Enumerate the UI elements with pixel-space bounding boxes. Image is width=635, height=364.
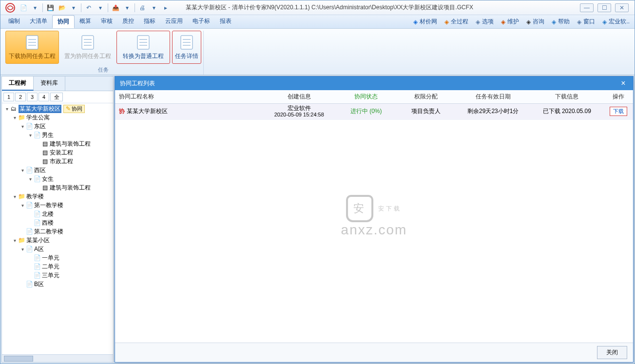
col-header[interactable]: 协同状态: [336, 93, 396, 101]
tree-node[interactable]: ▤建筑与装饰工程: [2, 183, 113, 192]
tree-node[interactable]: ▾📄东区: [2, 122, 113, 131]
minimize-button[interactable]: ―: [580, 3, 594, 12]
undo-icon[interactable]: ↶: [83, 2, 94, 13]
tree-twisty-icon[interactable]: ▾: [27, 133, 33, 138]
project-tree[interactable]: ▾🗂某某大学新校区✎协同▾📁学生公寓▾📄东区▾📄男生▤建筑与装饰工程▤安装工程▤…: [2, 103, 113, 354]
table-row[interactable]: 协 某某大学新校区 宏业软件 2020-05-09 15:24:58 进行中 (…: [115, 104, 633, 120]
ribbon-任务详情[interactable]: 任务详情: [172, 31, 201, 64]
close-button[interactable]: ✕: [615, 3, 629, 12]
tree-node[interactable]: 📄二单元: [2, 262, 113, 271]
menu-报表[interactable]: 报表: [215, 15, 236, 28]
tree-twisty-icon[interactable]: ▾: [4, 106, 10, 112]
num-tab-3[interactable]: 3: [27, 93, 38, 101]
menu-概算[interactable]: 概算: [75, 15, 96, 28]
expand-icon[interactable]: ▸: [160, 2, 171, 13]
close-icon[interactable]: ×: [618, 78, 628, 88]
tree-node[interactable]: ▾📄西区: [2, 166, 113, 174]
price-icon: ◈: [412, 19, 419, 25]
menu-right-材价网[interactable]: ◈材价网: [410, 17, 439, 27]
tree-node[interactable]: ▾📁某某小区: [2, 236, 113, 245]
tree-twisty-icon[interactable]: ▾: [12, 194, 18, 199]
maximize-button[interactable]: ☐: [597, 3, 611, 12]
col-header[interactable]: 任务有效日期: [456, 93, 530, 101]
tree-node[interactable]: ▾🗂某某大学新校区✎协同: [2, 104, 113, 113]
tree-node[interactable]: 📄第二教学楼: [2, 227, 113, 236]
menu-质控[interactable]: 质控: [117, 15, 139, 28]
tree-node[interactable]: 📄西楼: [2, 218, 113, 227]
left-tab-工程树[interactable]: 工程树: [2, 77, 34, 91]
menu-指标[interactable]: 指标: [139, 15, 160, 28]
left-tab-资料库[interactable]: 资料库: [34, 77, 65, 91]
tree-node[interactable]: 📄一单元: [2, 253, 113, 262]
new-icon[interactable]: 📄: [18, 2, 29, 13]
col-header[interactable]: 权限分配: [396, 93, 456, 101]
ribbon-转换为普通工程[interactable]: 转换为普通工程: [116, 31, 170, 64]
tree-node[interactable]: ▾📄男生: [2, 131, 113, 139]
open-icon[interactable]: 📂: [57, 2, 67, 13]
menu-right-宏业软..[interactable]: ◈宏业软..: [599, 17, 632, 27]
tree-node[interactable]: 📄B区: [2, 280, 113, 288]
tree-twisty-icon[interactable]: ▾: [19, 203, 25, 208]
folder-icon: 📁: [18, 193, 25, 200]
menu-云应用[interactable]: 云应用: [160, 15, 188, 28]
dialog-title: 协同工程列表: [120, 79, 155, 88]
project-name: 某某大学新校区: [127, 107, 168, 115]
ribbon-下载协同任务工程[interactable]: 下载协同任务工程: [5, 31, 59, 64]
close-button[interactable]: 关闭: [597, 346, 627, 359]
tree-node[interactable]: 📄三单元: [2, 271, 113, 280]
tree-node[interactable]: ▾📁学生公寓: [2, 113, 113, 122]
menu-审核[interactable]: 审核: [96, 15, 117, 28]
tree-twisty-icon[interactable]: ▾: [19, 247, 25, 252]
tree-node[interactable]: ▤建筑与装饰工程: [2, 139, 113, 148]
dropdown-icon[interactable]: ▾: [30, 2, 40, 13]
col-header[interactable]: 操作: [604, 93, 633, 101]
dropdown-icon[interactable]: ▾: [149, 2, 159, 13]
download-info: 已下载 2020.05.09: [530, 106, 604, 116]
window-title: 某某大学新校区 - 清单计价专家N9(V2020.1.1.1) C:\Users…: [171, 3, 580, 12]
horizontal-scrollbar[interactable]: [2, 354, 113, 362]
tree-label: 三单元: [42, 271, 59, 280]
menu-right-窗口[interactable]: ◈窗口: [574, 17, 597, 27]
dropdown-icon[interactable]: ▾: [68, 2, 79, 13]
tree-node[interactable]: 📄北楼: [2, 210, 113, 218]
tree-twisty-icon[interactable]: ▾: [27, 176, 33, 182]
sheet-icon: ▤: [41, 158, 49, 165]
tree-twisty-icon[interactable]: ▾: [19, 124, 25, 129]
tree-twisty-icon[interactable]: ▾: [12, 238, 18, 243]
col-header[interactable]: 协同工程名称: [115, 93, 262, 101]
num-tab-1[interactable]: 1: [3, 93, 14, 101]
export-icon[interactable]: 📤: [110, 2, 121, 13]
col-header[interactable]: 创建信息: [262, 93, 336, 100]
num-tab-2[interactable]: 2: [15, 93, 26, 101]
tree-twisty-icon[interactable]: ▾: [19, 168, 25, 173]
menu-right-选项[interactable]: ◈选项: [472, 17, 496, 27]
tree-node[interactable]: ▾📄第一教学楼: [2, 201, 113, 210]
num-tab-4[interactable]: 4: [38, 93, 49, 101]
menu-right-帮助[interactable]: ◈帮助: [548, 17, 572, 27]
menu-bar: 编制大清单协同概算审核质控指标云应用电子标报表 ◈材价网◈全过程◈选项◈维护◈咨…: [0, 15, 635, 29]
status: 进行中 (0%): [336, 106, 396, 116]
menu-right-全过程[interactable]: ◈全过程: [441, 17, 470, 27]
doc-icon: 📄: [33, 175, 41, 182]
menu-编制[interactable]: 编制: [3, 15, 25, 28]
tree-twisty-icon[interactable]: ▾: [12, 115, 18, 120]
tree-node[interactable]: ▾📄女生: [2, 174, 113, 183]
folder-icon: 📁: [18, 237, 25, 244]
tree-node[interactable]: ▾📁教学楼: [2, 192, 113, 201]
download-button[interactable]: 下载: [610, 107, 627, 116]
redo-icon[interactable]: ▾: [95, 2, 106, 13]
dropdown-icon[interactable]: ▾: [122, 2, 133, 13]
num-tab-全[interactable]: 全: [50, 93, 63, 101]
menu-right-咨询[interactable]: ◈咨询: [523, 17, 546, 27]
tree-node[interactable]: ▾📄A区: [2, 245, 113, 253]
help-icon: ◈: [550, 19, 557, 25]
col-header[interactable]: 下载信息: [530, 93, 604, 101]
tree-node[interactable]: ▤安装工程: [2, 148, 113, 157]
menu-right-维护[interactable]: ◈维护: [498, 17, 521, 27]
menu-大清单[interactable]: 大清单: [25, 15, 52, 28]
print-icon[interactable]: 🖨: [137, 2, 148, 13]
menu-协同[interactable]: 协同: [52, 15, 75, 28]
save-icon[interactable]: 💾: [45, 2, 56, 13]
tree-node[interactable]: ▤市政工程: [2, 157, 113, 166]
menu-电子标[interactable]: 电子标: [188, 15, 215, 28]
